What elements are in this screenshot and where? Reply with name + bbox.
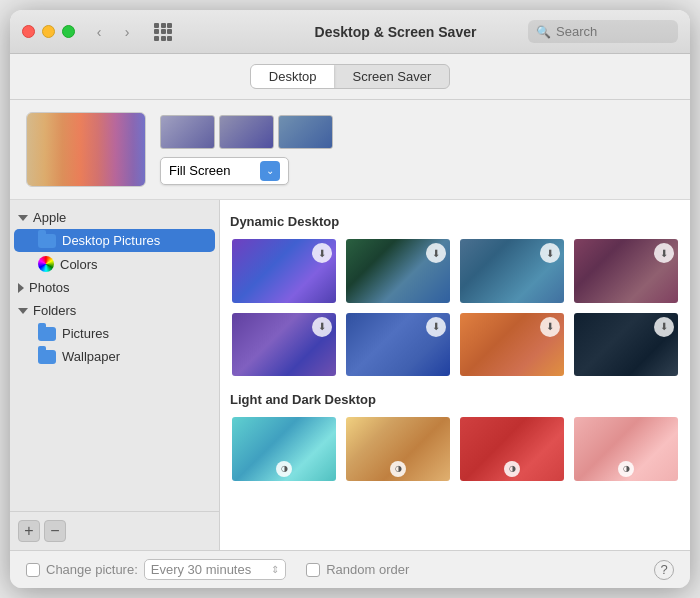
sidebar-item-wallpaper[interactable]: Wallpaper [14, 345, 215, 368]
forward-button[interactable]: › [115, 20, 139, 44]
tab-screensaver[interactable]: Screen Saver [334, 65, 449, 88]
light-dark-grid: ◑ ◑ ◑ ◑ [230, 415, 680, 483]
minimize-button[interactable] [42, 25, 55, 38]
titlebar: ‹ › Desktop & Screen Saver 🔍 [10, 10, 690, 54]
wallpaper-item-5[interactable]: ⬇ [230, 311, 338, 379]
fill-mode-row: Fill Screen ⌄ [160, 157, 333, 185]
download-icon[interactable]: ⬇ [654, 243, 674, 263]
sidebar-section-folders[interactable]: Folders [10, 299, 219, 322]
sidebar-apple-label: Apple [33, 210, 66, 225]
add-source-button[interactable]: + [18, 520, 40, 542]
help-button[interactable]: ? [654, 560, 674, 580]
sidebar: Apple Desktop Pictures Colors Photos [10, 200, 220, 550]
preview-area: Fill Screen ⌄ [10, 100, 690, 200]
mini-thumbnail-2[interactable] [219, 115, 274, 149]
preview-thumbnails-row [160, 115, 333, 149]
sidebar-bottom: + − [10, 511, 219, 550]
sidebar-desktop-pictures-label: Desktop Pictures [62, 233, 160, 248]
folder-icon [38, 234, 56, 248]
section-label-light-dark: Light and Dark Desktop [230, 392, 680, 407]
window: ‹ › Desktop & Screen Saver 🔍 Desktop Scr… [10, 10, 690, 588]
section-label-dynamic: Dynamic Desktop [230, 214, 680, 229]
sidebar-photos-label: Photos [29, 280, 69, 295]
sidebar-folders-label: Folders [33, 303, 76, 318]
download-icon[interactable]: ⬇ [540, 243, 560, 263]
dropdown-arrow-icon: ⌄ [260, 161, 280, 181]
download-icon[interactable]: ⬇ [426, 317, 446, 337]
fill-mode-dropdown[interactable]: Fill Screen ⌄ [160, 157, 289, 185]
wallpaper-item-12[interactable]: ◑ [572, 415, 680, 483]
wallpaper-item-7[interactable]: ⬇ [458, 311, 566, 379]
wallpaper-item-2[interactable]: ⬇ [344, 237, 452, 305]
dynamic-dot-icon: ◑ [504, 461, 520, 477]
grid-icon [154, 23, 172, 41]
download-icon[interactable]: ⬇ [312, 243, 332, 263]
leaves-preview-image [27, 113, 145, 186]
wallpaper-area: Dynamic Desktop ⬇ ⬇ ⬇ ⬇ [220, 200, 690, 550]
remove-source-button[interactable]: − [44, 520, 66, 542]
sidebar-wallpaper-label: Wallpaper [62, 349, 120, 364]
dynamic-dot-icon: ◑ [390, 461, 406, 477]
mini-thumbnail-3[interactable] [278, 115, 333, 149]
download-icon[interactable]: ⬇ [312, 317, 332, 337]
sidebar-colors-label: Colors [60, 257, 98, 272]
sidebar-pictures-label: Pictures [62, 326, 109, 341]
wallpaper-item-8[interactable]: ⬇ [572, 311, 680, 379]
wallpaper-item-3[interactable]: ⬇ [458, 237, 566, 305]
download-icon[interactable]: ⬇ [540, 317, 560, 337]
sidebar-item-desktop-pictures[interactable]: Desktop Pictures [14, 229, 215, 252]
expand-icon [18, 283, 24, 293]
tab-group: Desktop Screen Saver [250, 64, 450, 89]
bottom-bar: Change picture: Every 30 minutes ⇕ Rando… [10, 550, 690, 588]
sidebar-section-apple[interactable]: Apple [10, 206, 219, 229]
sidebar-item-colors[interactable]: Colors [14, 252, 215, 276]
apps-grid-button[interactable] [151, 20, 175, 44]
wallpaper-item-6[interactable]: ⬇ [344, 311, 452, 379]
preview-controls: Fill Screen ⌄ [160, 115, 333, 185]
search-input[interactable] [556, 24, 670, 39]
interval-value: Every 30 minutes [151, 562, 251, 577]
close-button[interactable] [22, 25, 35, 38]
folder-icon [38, 350, 56, 364]
wallpaper-item-11[interactable]: ◑ [458, 415, 566, 483]
search-icon: 🔍 [536, 25, 551, 39]
change-picture-checkbox[interactable] [26, 563, 40, 577]
sidebar-scroll: Apple Desktop Pictures Colors Photos [10, 200, 219, 511]
download-icon[interactable]: ⬇ [426, 243, 446, 263]
main-content: Apple Desktop Pictures Colors Photos [10, 200, 690, 550]
search-box[interactable]: 🔍 [528, 20, 678, 43]
folder-icon [38, 327, 56, 341]
change-picture-row: Change picture: Every 30 minutes ⇕ [26, 559, 286, 580]
dynamic-dot-icon: ◑ [618, 461, 634, 477]
nav-buttons: ‹ › [87, 20, 139, 44]
wallpaper-item-4[interactable]: ⬇ [572, 237, 680, 305]
wallpaper-item-10[interactable]: ◑ [344, 415, 452, 483]
random-order-row: Random order [306, 562, 409, 577]
tabs-bar: Desktop Screen Saver [10, 54, 690, 100]
sidebar-item-pictures[interactable]: Pictures [14, 322, 215, 345]
mini-thumbnail-1[interactable] [160, 115, 215, 149]
tab-desktop[interactable]: Desktop [251, 65, 335, 88]
color-wheel-icon [38, 256, 54, 272]
interval-dropdown[interactable]: Every 30 minutes ⇕ [144, 559, 286, 580]
traffic-lights [22, 25, 75, 38]
interval-arrow-icon: ⇕ [271, 564, 279, 575]
wallpaper-item-1[interactable]: ⬇ [230, 237, 338, 305]
expand-icon [18, 308, 28, 314]
download-icon[interactable]: ⬇ [654, 317, 674, 337]
preview-thumbnail [26, 112, 146, 187]
wallpaper-item-9[interactable]: ◑ [230, 415, 338, 483]
random-order-label: Random order [326, 562, 409, 577]
dynamic-desktop-grid: ⬇ ⬇ ⬇ ⬇ ⬇ [230, 237, 680, 378]
dynamic-dot-icon: ◑ [276, 461, 292, 477]
back-button[interactable]: ‹ [87, 20, 111, 44]
change-picture-label: Change picture: [46, 562, 138, 577]
random-order-checkbox[interactable] [306, 563, 320, 577]
expand-icon [18, 215, 28, 221]
fill-mode-value: Fill Screen [169, 163, 230, 178]
sidebar-section-photos[interactable]: Photos [10, 276, 219, 299]
maximize-button[interactable] [62, 25, 75, 38]
